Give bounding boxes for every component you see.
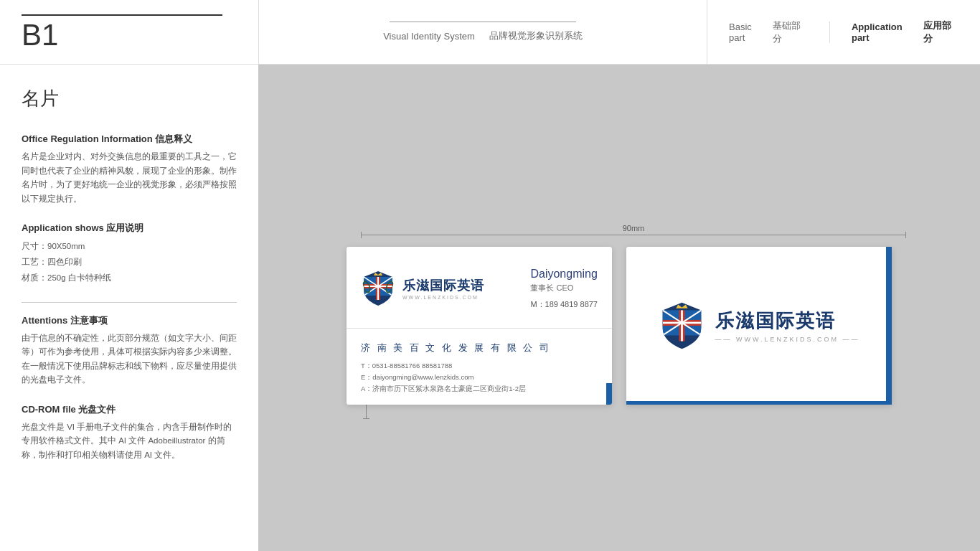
card-person-info: Daiyongming 董事长 CEO M：189 4819 8877	[530, 268, 598, 310]
vi-system-cn: 品牌视觉形象识别系统	[489, 29, 583, 42]
card-back-en: —— WWW.LENZKIDS.COM ——	[715, 336, 860, 343]
dim-90mm-line	[361, 235, 906, 235]
svg-rect-12	[681, 310, 683, 341]
header-center-labels: Visual Identity System 品牌视觉形象识别系统	[383, 29, 583, 42]
sidebar: 名片 Office Regulation Information 信息释义 名片…	[0, 65, 258, 551]
card-address: A：济南市历下区紫水泉路名士豪庭二区商业街1-2层	[361, 383, 598, 395]
basic-part-cn: 基础部分	[773, 19, 808, 45]
card-back-text: 乐滋国际英语 —— WWW.LENZKIDS.COM ——	[715, 309, 860, 343]
card-back-cn: 乐滋国际英语	[715, 309, 860, 334]
cards-row: 乐滋国际英语 WWW.LENZKIDS.COM Daiyongming 董事长 …	[347, 247, 892, 405]
card-front-top: 乐滋国际英语 WWW.LENZKIDS.COM Daiyongming 董事长 …	[347, 247, 612, 328]
vi-system-en: Visual Identity System	[383, 31, 475, 42]
person-phone: M：189 4819 8877	[530, 299, 598, 310]
section-office-regulation: Office Regulation Information 信息释义 名片是企业…	[22, 133, 237, 206]
nav-basic-part[interactable]: Basic part 基础部分	[729, 19, 808, 45]
header: B1 Visual Identity System 品牌视觉形象识别系统 Bas…	[0, 0, 980, 65]
cdrom-text: 光盘文件是 VI 手册电子文件的集合，内含手册制作时的专用软件格式文件。其中 A…	[22, 420, 237, 463]
card-logo-area: 乐滋国际英语 WWW.LENZKIDS.COM	[361, 270, 484, 307]
logo-shield-icon	[361, 270, 395, 307]
svg-rect-3	[377, 277, 379, 300]
card-front: 乐滋国际英语 WWW.LENZKIDS.COM Daiyongming 董事长 …	[347, 247, 612, 405]
card-back: 乐滋国际英语 —— WWW.LENZKIDS.COM ——	[626, 247, 892, 405]
card-display: 90mm 50mm	[347, 211, 892, 405]
nav-application-part[interactable]: Application part 应用部分	[852, 19, 958, 45]
logo-sub-en: WWW.LENZKIDS.COM	[402, 295, 484, 300]
section-application-shows: Application shows 应用说明 尺寸：90X50mm 工艺：四色印…	[22, 222, 237, 286]
header-center: Visual Identity System 品牌视觉形象识别系统	[258, 0, 707, 64]
section-cdrom: CD-ROM file 光盘文件 光盘文件是 VI 手册电子文件的集合，内含手册…	[22, 403, 237, 463]
basic-part-en: Basic part	[729, 22, 768, 43]
person-title: 董事长 CEO	[530, 283, 598, 293]
header-left: B1	[0, 14, 258, 50]
attentions-text: 由于信息的不确定性，此页部分规范（如文字大小、间距等）可作为参考使用，具体可根据…	[22, 331, 237, 387]
application-part-cn: 应用部分	[923, 19, 958, 45]
card-middle-line	[347, 328, 612, 329]
spec-process: 工艺：四色印刷	[22, 255, 237, 270]
office-regulation-title: Office Regulation Information 信息释义	[22, 133, 237, 146]
dim-90mm-annotation: 90mm	[390, 224, 877, 235]
application-part-en: Application part	[852, 22, 919, 43]
spec-material: 材质：250g 白卡特种纸	[22, 270, 237, 286]
card-back-logo: 乐滋国际英语 —— WWW.LENZKIDS.COM ——	[659, 301, 860, 351]
sidebar-divider	[22, 302, 237, 303]
main: 名片 Office Regulation Information 信息释义 名片…	[0, 65, 980, 551]
attentions-title: Attentions 注意事项	[22, 314, 237, 327]
person-name: Daiyongming	[530, 268, 598, 281]
dim-90mm-label: 90mm	[623, 224, 645, 232]
section-attentions: Attentions 注意事项 由于信息的不确定性，此页部分规范（如文字大小、间…	[22, 314, 237, 387]
card-email: E：daiyongming@www.lenzkids.com	[361, 372, 598, 383]
sidebar-title: 名片	[22, 86, 237, 111]
card-back-blue-right	[886, 247, 892, 401]
spec-size: 尺寸：90X50mm	[22, 239, 237, 255]
cdrom-title: CD-ROM file 光盘文件	[22, 403, 237, 416]
application-shows-specs: 尺寸：90X50mm 工艺：四色印刷 材质：250g 白卡特种纸	[22, 239, 237, 286]
company-name: 济 南 美 百 文 化 发 展 有 限 公 司	[361, 342, 598, 354]
card-front-bottom: 济 南 美 百 文 化 发 展 有 限 公 司 T：0531-88581766 …	[347, 334, 612, 405]
nav-divider	[829, 22, 830, 43]
application-shows-title: Application shows 应用说明	[22, 222, 237, 235]
logo-main-cn: 乐滋国际英语	[402, 277, 484, 294]
office-regulation-text: 名片是企业对内、对外交换信息的最重要的工具之一，它同时也代表了企业的精神风貌，展…	[22, 150, 237, 206]
card-blue-accent	[606, 383, 612, 405]
page-code: B1	[22, 14, 222, 50]
header-divider-line	[390, 22, 576, 22]
card-back-blue-bottom	[626, 401, 892, 405]
header-right: Basic part 基础部分 Application part 应用部分	[707, 0, 980, 64]
logo-text-area: 乐滋国际英语 WWW.LENZKIDS.COM	[402, 277, 484, 300]
card-tel: T：0531-88581766 88581788	[361, 360, 598, 372]
content-area: 90mm 50mm	[258, 65, 980, 551]
card-back-shield-icon	[659, 301, 705, 351]
